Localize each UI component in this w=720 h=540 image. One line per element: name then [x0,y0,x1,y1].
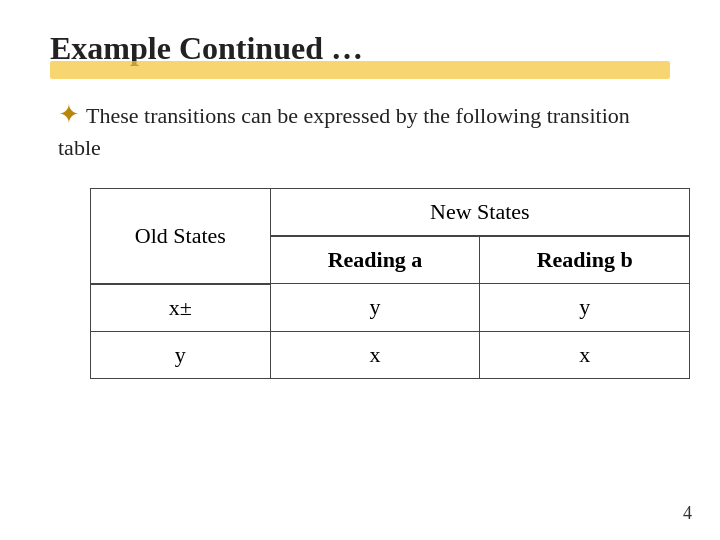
reading-a-header: Reading a [270,236,480,284]
old-state-cell: x± [91,284,271,332]
table-header-row-1: Old States New States [91,189,690,237]
new-states-header: New States [270,189,689,237]
title-area: Example Continued … [50,30,670,79]
reading-b-header: Reading b [480,236,690,284]
table-row: x±yy [91,284,690,332]
slide: Example Continued … ✦These transitions c… [0,0,720,540]
reading-a-cell: y [270,284,480,332]
old-state-cell: y [91,331,271,378]
body-text-content: These transitions can be expressed by th… [58,103,630,160]
transition-table: Old States New States Reading a Reading … [90,188,690,379]
old-states-header: Old States [91,189,271,284]
bullet-star-icon: ✦ [58,100,80,129]
body-text: ✦These transitions can be expressed by t… [50,97,670,164]
table-body: x±yyyxx [91,284,690,379]
table-row: yxx [91,331,690,378]
page-number: 4 [683,503,692,524]
reading-b-cell: y [480,284,690,332]
reading-b-cell: x [480,331,690,378]
title-underline-decoration [50,61,670,79]
reading-a-cell: x [270,331,480,378]
